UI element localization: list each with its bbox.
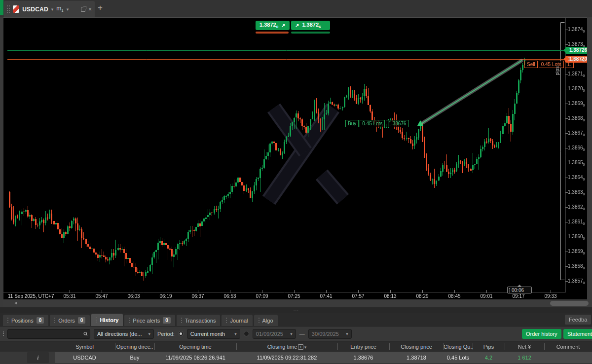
tab-orders[interactable]: Orders 0	[50, 315, 90, 326]
cell-closing-quantity: 0.45 Lots	[444, 352, 473, 363]
chart-scroll-strip[interactable]: ◂	[3, 299, 587, 307]
time-axis-label: 06:03	[123, 293, 145, 299]
time-axis-label: 06:53	[219, 293, 241, 299]
time-axis-label: 08:13	[379, 293, 401, 299]
close-side: Sell	[524, 61, 538, 68]
search-box[interactable]	[7, 329, 90, 339]
chart-tab-usdcad[interactable]: USDCAD ▾ m1 ▾ ×	[4, 1, 95, 17]
horizontal-scrollbar-thumb[interactable]	[550, 301, 589, 306]
time-axis-label: 07:57	[347, 293, 369, 299]
bar-countdown-badge[interactable]: 00:06	[507, 287, 532, 293]
scroll-left-icon[interactable]: ◂	[14, 300, 17, 305]
col-entry-price[interactable]: Entry price	[337, 341, 389, 352]
history-filter-bar: All directions (de... ▾ Period: Current …	[0, 326, 592, 341]
tab-positions[interactable]: Positions 0	[3, 315, 48, 326]
close-tab-icon[interactable]: ×	[88, 6, 92, 12]
col-closing-quantity[interactable]: Closing Qu..	[444, 341, 473, 352]
symbol-caret-icon[interactable]: ▾	[51, 7, 54, 12]
cell-entry-price: 1.38676	[337, 352, 389, 363]
countdown-grip-icon	[509, 288, 510, 292]
close-volume: 0.45 Lots	[539, 61, 564, 68]
entry-side: Buy	[345, 120, 359, 127]
tab-grip-icon	[181, 318, 182, 323]
col-closing-price[interactable]: Closing price	[389, 341, 444, 352]
tab-grip-icon	[129, 318, 130, 323]
col-opening-time[interactable]: Opening time	[154, 341, 236, 352]
price-alerts-count-badge: 0	[163, 317, 171, 324]
tab-algo[interactable]: Algo	[254, 315, 278, 326]
positions-count-badge: 0	[37, 317, 44, 324]
col-symbol[interactable]: Symbol	[54, 341, 115, 352]
statement-button[interactable]: Statement	[563, 329, 592, 339]
time-axis-label: 07:25	[283, 293, 305, 299]
cell-net: 1 612	[505, 352, 544, 363]
tab-symbol-label: USDCAD	[22, 6, 48, 13]
panel-splitter[interactable]: ⋯	[0, 307, 592, 313]
col-net[interactable]: Net ¥	[505, 341, 544, 352]
price-chart[interactable]: 1.38720 ↗ ↗ 1.38726 Buy 0.45 Lots 1.3867…	[3, 17, 587, 299]
filter-grip-icon	[3, 331, 4, 336]
date-to-dropdown[interactable]: 30/09/2025 ▾	[308, 329, 352, 339]
sell-depth-bar	[256, 32, 289, 34]
custom-range-radio[interactable]	[244, 331, 249, 336]
tab-drag-handle-icon[interactable]	[7, 5, 10, 13]
cell-pips: 4.2	[473, 352, 505, 363]
cell-comment	[544, 352, 592, 363]
col-comment[interactable]: Comment	[544, 341, 592, 352]
date-range-separator: —	[299, 331, 305, 337]
period-preset-radio[interactable]	[178, 331, 184, 336]
tab-grip-icon	[54, 318, 55, 323]
period-dropdown[interactable]: Current month ▾	[187, 329, 240, 339]
chevron-down-icon: ▾	[148, 331, 150, 336]
new-tab-button[interactable]: +	[98, 3, 103, 13]
cell-symbol: USDCAD	[54, 352, 115, 363]
date-from-dropdown[interactable]: 01/09/2025 ▾	[253, 329, 296, 339]
tab-grip-icon	[226, 318, 227, 323]
col-pips[interactable]: Pips	[473, 341, 505, 352]
entry-volume: 0.45 Lots	[360, 120, 385, 127]
timeframe-selector[interactable]: m1	[56, 5, 63, 13]
time-axis-label: 09:01	[476, 293, 497, 299]
buy-button[interactable]: ↗ 1.38726	[291, 21, 330, 30]
time-axis-label: 08:29	[411, 293, 433, 299]
time-axis-label: 06:37	[187, 293, 209, 299]
chevron-down-icon: ▾	[234, 331, 237, 336]
history-table-header: Symbol Opening direc.. Opening time Clos…	[0, 341, 592, 352]
tab-transactions[interactable]: Transactions	[177, 315, 221, 326]
timeframe-caret-icon[interactable]: ▾	[67, 7, 69, 12]
cell-opening-time: 11/09/2025 08:26:26.941	[154, 352, 236, 363]
tab-grip-icon	[259, 318, 259, 323]
orders-count-badge: 0	[78, 317, 86, 324]
position-entry-label[interactable]: Buy 0.45 Lots 1.38676	[345, 120, 409, 127]
order-history-button[interactable]: Order history	[522, 329, 561, 339]
candlestick-canvas[interactable]	[3, 18, 587, 300]
time-axis-label: 06:19	[155, 293, 177, 299]
col-closing-time[interactable]: Closing time1▾	[236, 341, 337, 352]
tab-grip-icon	[7, 318, 8, 323]
chevron-down-icon: ▾	[290, 331, 293, 336]
direction-filter-dropdown[interactable]: All directions (de... ▾	[94, 329, 154, 339]
col-opening-direction[interactable]: Opening direc..	[115, 341, 154, 352]
time-axis-label: 09:33	[540, 293, 561, 299]
popout-icon[interactable]	[81, 7, 85, 12]
sell-button[interactable]: 1.38720 ↗	[256, 21, 290, 30]
time-axis-label: 09:17	[508, 293, 529, 299]
time-axis-label: 07:41	[315, 293, 337, 299]
right-scrollbar-track[interactable]	[587, 17, 592, 313]
buy-depth-bar	[291, 32, 330, 34]
search-icon	[83, 330, 88, 338]
table-row[interactable]: i USDCAD Buy 11/09/2025 08:26:26.941 11/…	[0, 352, 592, 364]
time-axis-label: 07:09	[251, 293, 273, 299]
buy-arrow-icon: ↗	[295, 23, 299, 28]
tab-price-alerts[interactable]: Price alerts 0	[124, 315, 175, 326]
sort-order-badge: 1	[298, 344, 303, 350]
tab-history[interactable]: History	[91, 314, 123, 326]
search-input[interactable]	[8, 331, 83, 337]
feedback-button[interactable]: Feedba	[565, 315, 591, 325]
tab-journal[interactable]: Journal	[222, 315, 252, 326]
tab-grip-icon	[96, 317, 97, 323]
entry-price: 1.38676	[386, 120, 408, 127]
cell-direction: Buy	[115, 352, 154, 363]
sell-arrow-icon: ↗	[281, 23, 285, 28]
info-icon[interactable]: i	[27, 352, 49, 363]
